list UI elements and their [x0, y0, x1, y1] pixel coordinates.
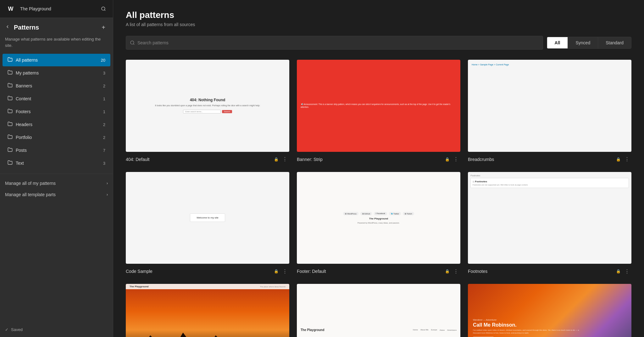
search-box[interactable] [126, 36, 543, 50]
main-content: All patterns A list of all patterns from… [113, 0, 644, 337]
lock-icon: 🔒 [616, 269, 621, 273]
manage-template-parts-link[interactable]: Manage all template parts › [0, 189, 113, 200]
preview-footnotes-label: Footnotes [470, 174, 629, 177]
preview-hero-title: Call Me Robinson. [473, 322, 626, 328]
folder-icon [8, 57, 13, 63]
more-options-button-footer-default[interactable]: ⋮ [452, 267, 460, 276]
sidebar-nav: All patterns 20 My patterns 3 Banners 2 [0, 53, 113, 170]
sidebar-patterns-header: Patterns + [0, 18, 113, 35]
pattern-preview-header-classic-modern[interactable]: The Playground The place where ideas flo… [126, 284, 289, 337]
sidebar-divider [0, 174, 113, 174]
nav-count-text: 3 [103, 161, 105, 166]
wp-logo[interactable]: W [5, 3, 16, 14]
nav-count-footers: 1 [103, 109, 105, 114]
filter-tab-synced[interactable]: Synced [568, 37, 598, 48]
sidebar-item-text[interactable]: Text 3 [3, 157, 110, 169]
folder-icon [8, 160, 13, 166]
pattern-preview-banner-strip[interactable]: 📢 Announcement: This is a banner strip p… [297, 60, 460, 152]
nav-label-posts: Posts [16, 148, 100, 153]
sidebar-item-portfolio[interactable]: Portfolio 2 [3, 131, 110, 144]
nav-count-posts: 7 [103, 148, 105, 153]
nav-label-all-patterns: All patterns [16, 58, 98, 63]
add-pattern-button[interactable]: + [99, 23, 108, 32]
site-name: The Playground [20, 6, 95, 11]
global-search-button[interactable] [99, 4, 108, 13]
pattern-card-footnotes: Footnotes :: Footnotes Footnotes are not… [468, 172, 631, 277]
sidebar-item-posts[interactable]: Posts 7 [3, 144, 110, 157]
filter-tab-all[interactable]: All [547, 37, 568, 48]
pattern-card-footer-default: ⊞ WordPress ⊞ GitHub f Facebook 🐦 Twitte… [297, 172, 460, 277]
pattern-card-breadcrumbs: Home > Sample Page > Current Page Breadc… [468, 60, 631, 164]
nav-count-all-patterns: 20 [101, 58, 105, 63]
pattern-info-breadcrumbs: Breadcrumbs 🔒 ⋮ [468, 154, 631, 164]
preview-title: 404: Nothing Found [190, 98, 225, 102]
pattern-preview-breadcrumbs[interactable]: Home > Sample Page > Current Page [468, 60, 631, 152]
pattern-grid: 404: Nothing Found It looks like you stu… [113, 53, 644, 337]
back-button[interactable] [5, 24, 10, 30]
pattern-preview-code-sample[interactable]: Welcome to my site [126, 172, 289, 264]
pattern-name-breadcrumbs: Breadcrumbs [468, 157, 614, 162]
pattern-preview-404-default[interactable]: 404: Nothing Found It looks like you stu… [126, 60, 289, 152]
preview-search-input: Enter search terms... [183, 110, 221, 113]
pattern-name-404-default: 404: Default [126, 157, 272, 162]
sidebar-item-banners[interactable]: Banners 2 [3, 80, 110, 92]
lock-icon: 🔒 [274, 269, 279, 273]
svg-line-3 [133, 44, 134, 45]
manage-template-parts-label: Manage all template parts [5, 192, 56, 197]
svg-point-0 [102, 7, 105, 10]
manage-my-patterns-link[interactable]: Manage all of my patterns › [0, 178, 113, 189]
pattern-name-banner-strip: Banner: Strip [297, 157, 443, 162]
nav-label-my-patterns: My patterns [16, 70, 100, 75]
sidebar-saved-status: ✓ Saved [0, 322, 113, 337]
preview-hero-eyebrow: Wanderer — Adventurer [473, 319, 626, 321]
pattern-card-404-default: 404: Nothing Found It looks like you stu… [126, 60, 289, 164]
more-options-button-breadcrumbs[interactable]: ⋮ [623, 155, 631, 164]
preview-footnotes-title: :: Footnotes [473, 180, 627, 183]
preview-welcome-text: Welcome to my site [190, 213, 225, 222]
pattern-card-header-classic-modern: The Playground The place where ideas flo… [126, 284, 289, 337]
pattern-card-hero-adventurer: Wanderer — Adventurer Call Me Robinson. … [468, 284, 631, 337]
sunset-background [126, 284, 289, 337]
preview-tagline: The place where ideas flourish [260, 286, 286, 288]
manage-my-patterns-label: Manage all of my patterns [5, 181, 56, 186]
sidebar-item-headers[interactable]: Headers 2 [3, 118, 110, 131]
preview-logo: The Playground [130, 285, 260, 288]
pattern-preview-hero-adventurer[interactable]: Wanderer — Adventurer Call Me Robinson. … [468, 284, 631, 337]
sidebar-item-content[interactable]: Content 1 [3, 92, 110, 105]
sidebar-item-footers[interactable]: Footers 1 [3, 105, 110, 118]
preview-footer-site-name: The Playground [369, 217, 388, 220]
sidebar-description: Manage what patterns are available when … [0, 35, 113, 53]
preview-header-nav: HomeAbout MeEuropeAsia ▸Americas ▸ [413, 329, 457, 331]
filter-tab-standard[interactable]: Standard [598, 37, 631, 48]
pattern-info-404-default: 404: Default 🔒 ⋮ [126, 154, 289, 164]
pattern-preview-header-default[interactable]: The Playground HomeAbout MeEuropeAsia ▸A… [297, 284, 460, 337]
pattern-card-code-sample: Welcome to my site Code Sample 🔒 ⋮ [126, 172, 289, 277]
pattern-name-footer-default: Footer: Default [297, 269, 443, 274]
nav-count-my-patterns: 3 [103, 71, 105, 75]
pattern-card-banner-strip: 📢 Announcement: This is a banner strip p… [297, 60, 460, 164]
search-input[interactable] [137, 40, 539, 45]
folder-icon [8, 96, 13, 102]
sidebar-item-my-patterns[interactable]: My patterns 3 [3, 67, 110, 79]
preview-search-button: Search [222, 110, 232, 113]
nav-count-banners: 2 [103, 84, 105, 88]
preview-text: It looks like you stumbled upon a page t… [155, 104, 260, 107]
pattern-name-footnotes: Footnotes [468, 269, 614, 274]
preview-breadcrumbs-text: Home > Sample Page > Current Page [472, 64, 509, 66]
pattern-preview-footnotes[interactable]: Footnotes :: Footnotes Footnotes are not… [468, 172, 631, 264]
more-options-button-404-default[interactable]: ⋮ [280, 155, 289, 164]
more-options-button-banner-strip[interactable]: ⋮ [452, 155, 460, 164]
nav-count-content: 1 [103, 97, 105, 101]
svg-line-1 [104, 10, 105, 11]
preview-header-logo: The Playground [301, 328, 413, 332]
filter-tabs: All Synced Standard [547, 37, 631, 49]
lock-icon: 🔒 [445, 269, 450, 273]
sidebar-item-all-patterns[interactable]: All patterns 20 [3, 54, 110, 66]
main-header: All patterns A list of all patterns from… [113, 0, 644, 32]
folder-icon [8, 70, 13, 76]
preview-footer-tagline: Powered by WordPress, crazy ideas, and p… [358, 222, 400, 224]
pattern-info-code-sample: Code Sample 🔒 ⋮ [126, 266, 289, 276]
more-options-button-footnotes[interactable]: ⋮ [623, 267, 631, 276]
pattern-preview-footer-default[interactable]: ⊞ WordPress ⊞ GitHub f Facebook 🐦 Twitte… [297, 172, 460, 264]
more-options-button-code-sample[interactable]: ⋮ [280, 267, 289, 276]
